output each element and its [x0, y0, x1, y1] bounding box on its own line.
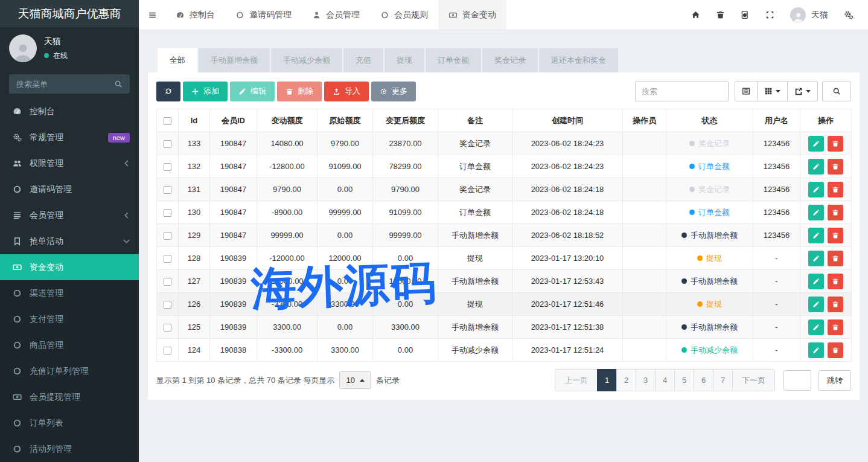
- edit-button[interactable]: 编辑: [230, 82, 275, 101]
- page-button-3[interactable]: 3: [636, 369, 656, 391]
- row-checkbox[interactable]: [164, 255, 171, 263]
- row-checkbox[interactable]: [164, 278, 171, 286]
- trash-icon[interactable]: [708, 0, 733, 30]
- edit-row-button[interactable]: [808, 205, 824, 220]
- next-page-button[interactable]: 下一页: [732, 369, 775, 391]
- page-button-7[interactable]: 7: [713, 369, 733, 391]
- row-checkbox[interactable]: [164, 347, 171, 355]
- sidebar-search-input[interactable]: [16, 80, 109, 89]
- sidebar-item-订单列表[interactable]: 订单列表: [0, 410, 139, 436]
- topnav-item-资金变动[interactable]: 资金变动: [438, 0, 506, 30]
- edit-row-button[interactable]: [808, 136, 824, 152]
- topnav-item-会员管理[interactable]: 会员管理: [302, 0, 370, 30]
- search-icon[interactable]: [109, 75, 127, 93]
- header-cell-变动额度[interactable]: 变动额度: [257, 109, 318, 132]
- topnav-item-控制台[interactable]: 控制台: [165, 0, 225, 30]
- edit-row-button[interactable]: [808, 251, 824, 266]
- clear-cache-icon[interactable]: [733, 0, 758, 30]
- delete-row-button[interactable]: [828, 205, 843, 220]
- page-jump-button[interactable]: 跳转: [819, 370, 851, 391]
- sidebar-item-会员提现管理[interactable]: 会员提现管理: [0, 384, 139, 410]
- header-cell-Id[interactable]: Id: [179, 109, 210, 132]
- header-cell-创建时间[interactable]: 创建时间: [512, 109, 623, 132]
- advanced-search-button[interactable]: [822, 81, 851, 101]
- sidebar-item-常规管理[interactable]: 常规管理new: [0, 124, 139, 150]
- tab-全部[interactable]: 全部: [158, 48, 197, 72]
- import-button[interactable]: 导入: [324, 82, 369, 101]
- sidebar-item-活动列管理[interactable]: 活动列管理: [0, 436, 139, 462]
- delete-row-button[interactable]: [828, 228, 843, 243]
- topnav-item-邀请码管理[interactable]: 邀请码管理: [225, 0, 302, 30]
- more-button[interactable]: 更多: [371, 82, 416, 101]
- columns-button[interactable]: [757, 81, 788, 101]
- refresh-button[interactable]: [156, 82, 180, 101]
- sidebar-item-资金变动[interactable]: 资金变动: [0, 254, 139, 280]
- topnav-item-会员规则[interactable]: 会员规则: [370, 0, 438, 30]
- row-checkbox[interactable]: [164, 186, 171, 194]
- header-cell-状态[interactable]: 状态: [666, 109, 753, 132]
- row-checkbox[interactable]: [164, 140, 171, 148]
- sidebar-item-支付管理[interactable]: 支付管理: [0, 306, 139, 332]
- page-button-1[interactable]: 1: [597, 369, 617, 391]
- tab-奖金记录[interactable]: 奖金记录: [482, 48, 538, 72]
- select-all-checkbox[interactable]: [164, 117, 171, 125]
- add-button[interactable]: 添加: [183, 82, 228, 101]
- detail-view-button[interactable]: [735, 81, 758, 101]
- header-cell-操作员[interactable]: 操作员: [623, 109, 666, 132]
- delete-row-button[interactable]: [828, 251, 843, 266]
- page-jump-input[interactable]: [783, 370, 811, 391]
- sidebar-item-权限管理[interactable]: 权限管理: [0, 150, 139, 176]
- brand-title[interactable]: 天猫商城商户优惠商: [0, 0, 139, 27]
- page-button-6[interactable]: 6: [694, 369, 713, 391]
- sidebar-item-商品管理[interactable]: 商品管理: [0, 332, 139, 358]
- fullscreen-icon[interactable]: [758, 0, 782, 30]
- delete-row-button[interactable]: [828, 274, 843, 289]
- header-cell-会员ID[interactable]: 会员ID: [210, 109, 257, 132]
- row-checkbox[interactable]: [164, 163, 171, 171]
- delete-row-button[interactable]: [828, 297, 843, 312]
- hamburger-icon[interactable]: [139, 0, 165, 30]
- page-button-5[interactable]: 5: [674, 369, 694, 391]
- delete-row-button[interactable]: [828, 159, 843, 175]
- page-size-select[interactable]: 10: [339, 371, 371, 389]
- edit-row-button[interactable]: [808, 342, 824, 358]
- edit-row-button[interactable]: [808, 228, 824, 243]
- edit-row-button[interactable]: [808, 319, 824, 335]
- tab-手动减少余额[interactable]: 手动减少余额: [271, 48, 342, 72]
- gears-icon[interactable]: [836, 0, 861, 30]
- page-button-2[interactable]: 2: [616, 369, 636, 391]
- edit-row-button[interactable]: [808, 182, 824, 197]
- tab-返还本金和奖金[interactable]: 返还本金和奖金: [539, 48, 618, 72]
- tab-手动新增余额[interactable]: 手动新增余额: [199, 48, 270, 72]
- sidebar-item-控制台[interactable]: 控制台: [0, 98, 139, 124]
- delete-row-button[interactable]: [828, 182, 843, 197]
- header-cell-用户名[interactable]: 用户名: [753, 109, 800, 132]
- header-cell-备注[interactable]: 备注: [438, 109, 512, 132]
- edit-row-button[interactable]: [808, 274, 824, 289]
- edit-row-button[interactable]: [808, 159, 824, 175]
- header-cell-操作[interactable]: 操作: [800, 109, 852, 132]
- export-button[interactable]: [787, 81, 818, 101]
- row-checkbox[interactable]: [164, 232, 171, 240]
- table-search-input[interactable]: [635, 81, 729, 101]
- header-cell-原始额度[interactable]: 原始额度: [318, 109, 373, 132]
- topnav-user[interactable]: 天猫: [782, 7, 836, 23]
- sidebar-item-会员管理[interactable]: 会员管理: [0, 202, 139, 228]
- tab-订单金额[interactable]: 订单金额: [426, 48, 481, 72]
- page-button-4[interactable]: 4: [655, 369, 675, 391]
- row-checkbox[interactable]: [164, 209, 171, 217]
- delete-button[interactable]: 删除: [277, 82, 322, 101]
- prev-page-button[interactable]: 上一页: [555, 369, 598, 391]
- sidebar-item-渠道管理[interactable]: 渠道管理: [0, 280, 139, 306]
- row-checkbox[interactable]: [164, 301, 171, 309]
- delete-row-button[interactable]: [828, 136, 843, 152]
- home-icon[interactable]: [683, 0, 708, 30]
- sidebar-item-抢单活动[interactable]: 抢单活动: [0, 228, 139, 254]
- sidebar-item-邀请码管理[interactable]: 邀请码管理: [0, 176, 139, 202]
- tab-充值[interactable]: 充值: [343, 48, 383, 72]
- row-checkbox[interactable]: [164, 324, 171, 332]
- sidebar-item-充值订单列管理[interactable]: 充值订单列管理: [0, 358, 139, 384]
- tab-提现[interactable]: 提现: [385, 48, 424, 72]
- delete-row-button[interactable]: [828, 342, 843, 358]
- edit-row-button[interactable]: [808, 297, 824, 312]
